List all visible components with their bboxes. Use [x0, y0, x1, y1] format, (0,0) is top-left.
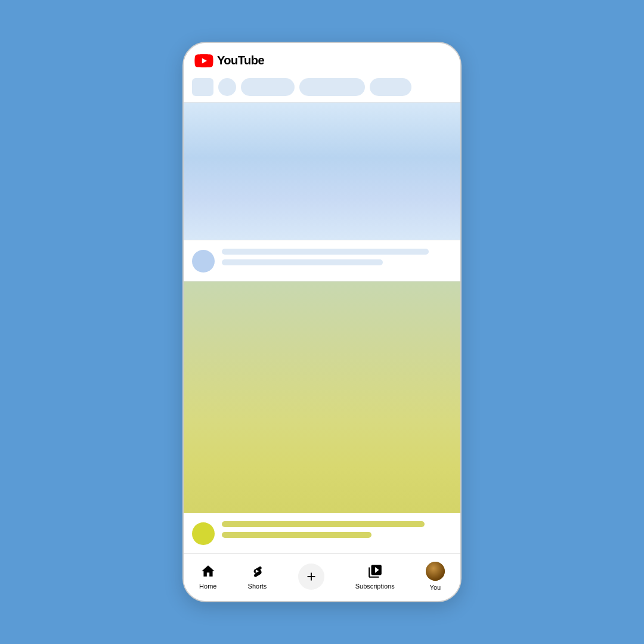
shorts-icon: [249, 563, 265, 580]
video-text-1: [222, 249, 452, 265]
filter-chip-2[interactable]: [299, 78, 365, 96]
video-text-2: [222, 521, 452, 538]
phone-frame: YouTube: [182, 42, 462, 602]
channel-avatar-2[interactable]: [192, 522, 215, 545]
app-title: YouTube: [217, 54, 264, 67]
nav-label-shorts: Shorts: [248, 583, 267, 590]
you-avatar-icon: [426, 562, 445, 581]
nav-item-home[interactable]: Home: [199, 563, 216, 590]
create-button[interactable]: [298, 564, 324, 590]
youtube-icon: [194, 54, 213, 67]
filter-chip-1[interactable]: [241, 78, 295, 96]
filter-chip-3[interactable]: [370, 78, 411, 96]
content-area: [184, 103, 460, 553]
app-header: YouTube: [184, 43, 460, 73]
nav-item-subscriptions[interactable]: Subscriptions: [355, 563, 395, 590]
filter-chip-circle[interactable]: [218, 78, 236, 96]
nav-item-you[interactable]: You: [426, 562, 445, 591]
video-thumbnail-1[interactable]: [184, 103, 460, 240]
youtube-logo[interactable]: YouTube: [194, 54, 264, 67]
nav-label-you: You: [430, 584, 441, 591]
bottom-nav: Home Shorts: [184, 553, 460, 601]
channel-avatar-1[interactable]: [192, 250, 215, 273]
video-info-row-1: [184, 240, 460, 281]
video-title-line-2: [222, 521, 425, 527]
video-info-row-2: [184, 513, 460, 553]
video-thumbnail-2[interactable]: [184, 281, 460, 513]
video-subtitle-line-1: [222, 259, 383, 265]
nav-item-create[interactable]: [298, 564, 324, 590]
subscriptions-icon: [367, 563, 383, 580]
video-subtitle-line-2: [222, 532, 371, 538]
video-title-line-1: [222, 249, 429, 255]
avatar-image: [426, 562, 445, 581]
home-icon: [200, 563, 216, 580]
filter-chips-row: [184, 73, 460, 102]
nav-label-home: Home: [199, 583, 216, 590]
nav-label-subscriptions: Subscriptions: [355, 583, 395, 590]
filter-chip-square[interactable]: [192, 78, 213, 96]
nav-item-shorts[interactable]: Shorts: [248, 563, 267, 590]
